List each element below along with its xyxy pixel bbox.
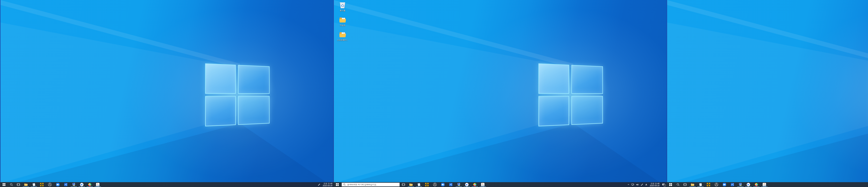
task-view-icon [17, 183, 20, 186]
taskbar-pin-zoom[interactable] [439, 182, 447, 187]
computer-gear-icon [739, 183, 742, 186]
pen-tray-button[interactable] [317, 182, 321, 187]
taskbar-pin-chrome[interactable] [752, 182, 761, 187]
notification-center-button[interactable]: 3 [660, 182, 666, 187]
taskbar-pin-notepad[interactable] [415, 182, 423, 187]
taskbar: 오전 11:40 2020-09-20 [0, 182, 333, 187]
desktop-icon-label: 작업중 [340, 24, 345, 27]
taskbar-pin-java-app[interactable] [761, 182, 768, 187]
start-button[interactable] [666, 182, 675, 187]
wallpaper-shadow-wedge [0, 0, 333, 187]
yellow-arrows-icon [707, 183, 710, 186]
wallpaper-light-beam [0, 0, 333, 187]
chevron-up-icon [627, 183, 630, 186]
taskbar-pin-notepad[interactable] [30, 182, 38, 187]
taskbar-pin-whale-browser[interactable] [744, 182, 752, 187]
taskbar-pin-chrome[interactable] [86, 182, 94, 187]
task-view-button[interactable] [15, 182, 22, 187]
taskbar-pin-obs-studio[interactable] [431, 182, 439, 187]
wallpaper-light-beam [0, 0, 333, 187]
start-button[interactable] [0, 182, 8, 187]
tray-show-hidden-icons-button[interactable] [626, 182, 630, 187]
taskbar-pin-file-explorer[interactable] [407, 182, 415, 187]
clock-date: 2020-09-20 [323, 185, 333, 187]
taskbar-pin-system-tool[interactable] [736, 182, 744, 187]
task-view-button[interactable] [400, 182, 407, 187]
desktop-icon-recycle-bin[interactable]: 휴지통 [335, 1, 350, 12]
yellow-arrows-icon [425, 183, 429, 186]
clock-date: 2020-09-20 [650, 185, 659, 187]
taskbar-pin-whiteboard[interactable] [62, 182, 70, 187]
taskbar-clock[interactable]: 오전 11:40 2020-09-20 [648, 182, 660, 187]
taskbar-pin-whale-browser[interactable] [463, 182, 471, 187]
taskbar-pin-arrows-tool[interactable] [705, 182, 712, 187]
taskbar: A 오전 11:40 2020-09-20 3 [333, 182, 666, 187]
taskbar-pin-file-explorer[interactable] [22, 182, 30, 187]
taskbar-search-box[interactable] [342, 183, 400, 186]
pen-icon [318, 183, 320, 186]
notification-badge: 3 [663, 184, 666, 187]
wallpaper-shadow-wedge [333, 0, 666, 187]
pen-icon [641, 183, 643, 186]
taskbar-pin-arrows-tool[interactable] [38, 182, 46, 187]
windows-logo-pane [571, 96, 603, 125]
taskbar-pin-obs-studio[interactable] [46, 182, 54, 187]
windows-logo-pane [538, 63, 569, 94]
windows-logo-glow [857, 51, 868, 141]
taskbar: 오전 11:40 2020-09-20 [666, 182, 868, 187]
notepad-icon [32, 183, 36, 186]
wallpaper-light-beam [666, 0, 868, 187]
taskbar-pin-zoom[interactable] [720, 182, 728, 187]
obs-icon [433, 183, 437, 186]
taskbar-pin-whiteboard[interactable] [447, 182, 455, 187]
wallpaper-light-beam [333, 0, 666, 187]
zoom-camera-icon [56, 183, 60, 186]
windows-logo-pane [205, 96, 236, 126]
folder-icon [339, 31, 346, 38]
search-icon [677, 183, 680, 186]
network-icon [631, 183, 634, 186]
windows-logo-pane [538, 96, 569, 126]
whiteboard-icon [64, 183, 68, 186]
pen-tray-button[interactable] [640, 182, 644, 187]
volume-tray-button[interactable] [635, 182, 640, 187]
desktop-icon-folder-work[interactable]: 작업중 [335, 16, 350, 27]
windows-start-icon [669, 183, 672, 186]
search-input[interactable] [347, 183, 398, 186]
taskbar-pin-zoom[interactable] [54, 182, 62, 187]
taskbar-pin-notepad[interactable] [696, 182, 705, 187]
taskbar-pin-obs-studio[interactable] [712, 182, 720, 187]
desktop-icon-folder-software[interactable]: 소프트웨어... [335, 31, 350, 41]
taskbar-pin-system-tool[interactable] [455, 182, 463, 187]
wallpaper-light-beam [666, 0, 868, 187]
search-button[interactable] [8, 182, 15, 187]
search-button[interactable] [675, 182, 682, 187]
monitor-center: 휴지통 작업중 [333, 0, 666, 187]
taskbar-pin-file-explorer[interactable] [688, 182, 696, 187]
system-tray: A 오전 11:40 2020-09-20 3 [626, 182, 666, 187]
monitor-right: 오전 11:40 2020-09-20 [666, 0, 868, 187]
taskbar-clock[interactable]: 오전 11:40 2020-09-20 [321, 182, 333, 187]
search-icon [10, 183, 13, 186]
windows-logo-wallpaper [538, 63, 603, 126]
taskbar-pin-whale-browser[interactable] [78, 182, 86, 187]
whale-icon [465, 183, 469, 186]
taskbar-pin-whiteboard[interactable] [728, 182, 736, 187]
taskbar-pin-arrows-tool[interactable] [423, 182, 431, 187]
task-view-button[interactable] [682, 182, 688, 187]
taskbar-pin-java-app[interactable] [94, 182, 102, 187]
desktop-icon-list: 휴지통 작업중 [335, 1, 350, 41]
taskbar-pin-system-tool[interactable] [70, 182, 78, 187]
ime-indicator[interactable]: A [644, 182, 648, 187]
taskbar-pin-chrome[interactable] [471, 182, 479, 187]
taskbar-pin-java-app[interactable] [479, 182, 487, 187]
taskbar-empty-area [102, 182, 317, 187]
task-view-icon [683, 183, 687, 186]
whiteboard-icon [449, 183, 453, 186]
windows-logo-pane [205, 63, 236, 94]
java-coffee-icon [96, 183, 100, 186]
search-icon [343, 183, 346, 186]
start-button[interactable] [333, 182, 341, 187]
network-tray-button[interactable] [630, 182, 635, 187]
windows-logo-wallpaper [205, 63, 270, 126]
